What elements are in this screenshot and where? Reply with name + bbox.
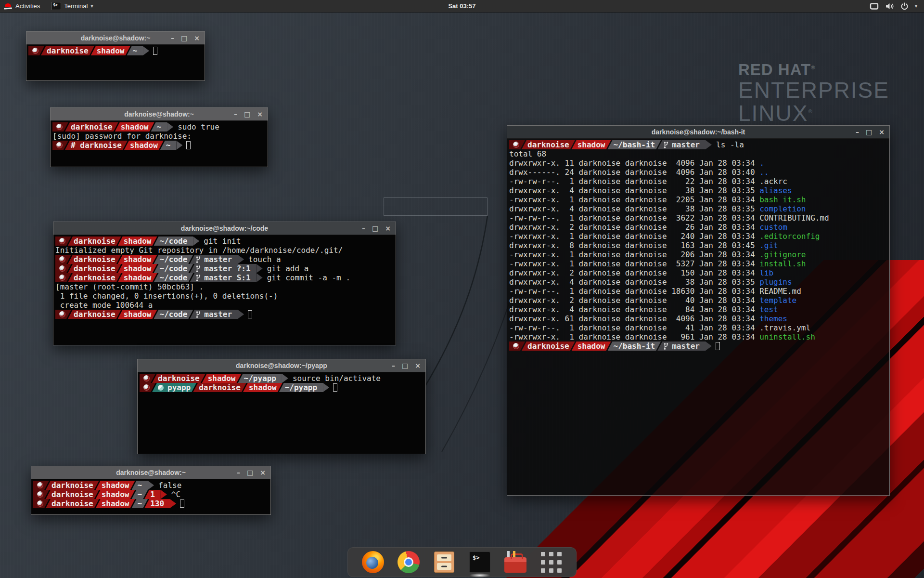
dock-item-app-grid[interactable] bbox=[539, 551, 563, 574]
distro-icon bbox=[59, 265, 65, 272]
window-titlebar[interactable]: darknoise@shadow:~/bash-it–□× bbox=[507, 126, 889, 139]
maximize-button[interactable]: □ bbox=[402, 362, 408, 369]
terminal-window[interactable]: darknoise@shadow:~/pyapp–□×darknoiseshad… bbox=[137, 359, 426, 454]
minimize-button[interactable]: – bbox=[171, 35, 174, 41]
window-title: darknoise@shadow:~/code bbox=[181, 224, 268, 232]
terminal-line: drwxrwxr-x. 61 darknoise darknoise 4096 … bbox=[509, 314, 889, 323]
redhat-brand-logo: RED HAT® ENTERPRISE LINUX® bbox=[738, 61, 889, 125]
file-name: . bbox=[759, 158, 764, 168]
terminal-line: total 68 bbox=[509, 149, 889, 158]
dock-item-files[interactable] bbox=[433, 551, 456, 574]
prompt-segment-host: shadow bbox=[96, 499, 135, 508]
file-name: themes bbox=[759, 314, 787, 323]
dock-item-terminal[interactable]: $> bbox=[468, 551, 491, 574]
file-name: aliases bbox=[759, 186, 792, 195]
terminal-line: darknoiseshadow~/bash-itmaster bbox=[509, 342, 889, 351]
window-controls: –□× bbox=[234, 108, 263, 120]
prompt-segment-user: darknoise bbox=[46, 490, 99, 499]
output-text: drwxrwxr-x. 2 darknoise darknoise 26 Jan… bbox=[509, 223, 787, 232]
command-text: false bbox=[158, 481, 181, 490]
maximize-button[interactable]: □ bbox=[181, 35, 187, 41]
dock-item-toolbox[interactable] bbox=[504, 551, 527, 574]
window-titlebar[interactable]: darknoise@shadow:~–□× bbox=[31, 466, 270, 479]
terminal-line: -rwxrwxr-x. 1 darknoise darknoise 2205 J… bbox=[509, 195, 889, 204]
prompt-arrow bbox=[143, 46, 149, 55]
prompt-segment-git: master bbox=[190, 255, 238, 264]
terminal-content[interactable]: darknoiseshadow~/pyappsource bin/activat… bbox=[138, 372, 425, 454]
prompt-segment-path: ~/bash-it bbox=[608, 342, 661, 351]
terminal-content[interactable]: darknoiseshadow~ bbox=[26, 45, 205, 80]
prompt-segment-host: shadow bbox=[572, 140, 611, 149]
prompt-segment-git: master bbox=[657, 140, 706, 149]
window-titlebar[interactable]: darknoise@shadow:~–□× bbox=[51, 108, 268, 121]
window-titlebar[interactable]: darknoise@shadow:~/code–□× bbox=[53, 222, 396, 235]
command-text: git commit -a -m . bbox=[267, 273, 350, 282]
minimize-button[interactable]: – bbox=[856, 129, 859, 135]
terminal-window[interactable]: darknoise@shadow:~–□×darknoiseshadow~sud… bbox=[50, 107, 268, 167]
minimize-button[interactable]: – bbox=[392, 362, 395, 369]
terminal-line: darknoiseshadow~/codemaster bbox=[55, 310, 396, 319]
distro-icon bbox=[59, 311, 65, 317]
prompt-segment-git: master S:1 bbox=[190, 273, 256, 282]
close-button[interactable]: × bbox=[260, 469, 266, 476]
minimize-button[interactable]: – bbox=[234, 111, 237, 118]
close-button[interactable]: × bbox=[385, 225, 391, 232]
terminal-line: Initialized empty Git repository in /hom… bbox=[55, 246, 396, 255]
terminal-window[interactable]: darknoise@shadow:~/bash-it–□×darknoisesh… bbox=[507, 125, 890, 496]
terminal-line: pyappdarknoiseshadow~/pyapp bbox=[140, 383, 425, 392]
prompt-segment-host: shadow bbox=[96, 490, 135, 499]
close-button[interactable]: × bbox=[257, 111, 263, 118]
chrome-icon bbox=[398, 551, 420, 573]
output-text: 1 file changed, 0 insertions(+), 0 delet… bbox=[55, 291, 278, 301]
minimize-button[interactable]: – bbox=[237, 469, 240, 476]
distro-icon bbox=[59, 238, 65, 244]
prompt-segment-host: shadow bbox=[572, 342, 611, 351]
git-branch-icon bbox=[195, 256, 201, 263]
terminal-content[interactable]: darknoiseshadow~/bash-itmasterls -latota… bbox=[507, 139, 889, 495]
dock-item-firefox[interactable] bbox=[361, 551, 385, 574]
prompt-segment-path: ~/pyapp bbox=[238, 374, 282, 383]
output-text: drwxrwxr-x. 4 darknoise darknoise 38 Jan… bbox=[509, 204, 806, 213]
display-icon bbox=[870, 2, 879, 10]
window-controls: –□× bbox=[362, 222, 391, 235]
dock-item-chrome[interactable] bbox=[397, 551, 420, 574]
system-status-area[interactable]: ▾ bbox=[867, 0, 920, 12]
distro-icon bbox=[513, 142, 519, 148]
clock[interactable]: Sat 03:57 bbox=[448, 2, 475, 10]
prompt-arrow bbox=[257, 273, 263, 282]
output-text: -rwxrwxr-x. 1 darknoise darknoise 240 Ja… bbox=[509, 232, 820, 241]
terminal-window[interactable]: darknoise@shadow:~–□×darknoiseshadow~ bbox=[26, 31, 205, 81]
prompt-segment-user: darknoise bbox=[193, 383, 246, 392]
output-text: drwxrwxr-x. 4 darknoise darknoise 38 Jan… bbox=[509, 186, 792, 195]
minimize-button[interactable]: – bbox=[362, 225, 365, 232]
terminal-content[interactable]: darknoiseshadow~sudo true[sudo] password… bbox=[51, 121, 268, 167]
app-menu-terminal[interactable]: $> Terminal ▾ bbox=[46, 0, 99, 12]
window-titlebar[interactable]: darknoise@shadow:~–□× bbox=[26, 32, 205, 45]
activities-button[interactable]: Activities bbox=[0, 0, 46, 12]
close-button[interactable]: × bbox=[415, 362, 421, 369]
prompt-segment-user: darknoise bbox=[68, 236, 121, 246]
maximize-button[interactable]: □ bbox=[866, 129, 872, 135]
terminal-window[interactable]: darknoise@shadow:~/code–□×darknoiseshado… bbox=[53, 222, 396, 345]
maximize-button[interactable]: □ bbox=[244, 111, 250, 118]
close-button[interactable]: × bbox=[194, 35, 200, 41]
terminal-line: darknoiseshadow~/bash-itmasterls -la bbox=[509, 140, 889, 149]
window-titlebar[interactable]: darknoise@shadow:~/pyapp–□× bbox=[138, 359, 425, 372]
output-text: -rw-rw-r--. 1 darknoise darknoise 22 Jan… bbox=[509, 177, 787, 186]
terminal-content[interactable]: darknoiseshadow~/codegit initInitialized… bbox=[53, 235, 396, 345]
prompt-arrow bbox=[323, 383, 329, 392]
prompt-segment-user: darknoise bbox=[41, 46, 94, 55]
close-button[interactable]: × bbox=[879, 129, 885, 135]
git-branch-icon bbox=[195, 274, 201, 282]
terminal-line: drwxrwxr-x. 2 darknoise darknoise 40 Jan… bbox=[509, 296, 889, 305]
maximize-button[interactable]: □ bbox=[372, 225, 378, 232]
terminal-window[interactable]: darknoise@shadow:~–□×darknoiseshadow~fal… bbox=[31, 466, 271, 515]
terminal-content[interactable]: darknoiseshadow~falsedarknoiseshadow~1^C… bbox=[31, 479, 270, 514]
terminal-line: # darknoiseshadow~ bbox=[52, 141, 268, 150]
terminal-line: darknoiseshadow~ bbox=[28, 46, 205, 55]
prompt-arrow bbox=[282, 374, 288, 383]
terminal-line: -rwxrwxr-x. 1 darknoise darknoise 961 Ja… bbox=[509, 332, 889, 342]
terminal-line: darknoiseshadow~false bbox=[33, 481, 270, 490]
maximize-button[interactable]: □ bbox=[247, 469, 253, 476]
terminal-line: drwxrwxr-x. 4 darknoise darknoise 38 Jan… bbox=[509, 204, 889, 213]
